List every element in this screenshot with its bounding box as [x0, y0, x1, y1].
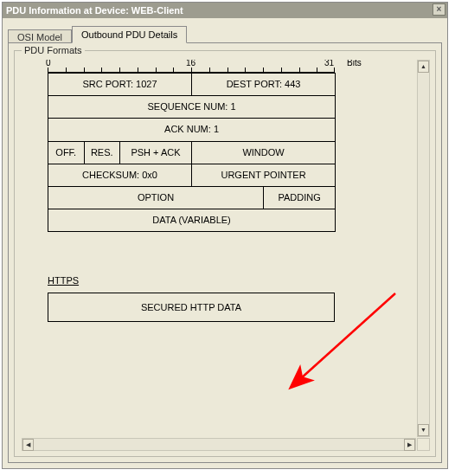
pdu-info-window: PDU Information at Device: WEB-Client × …	[2, 2, 448, 469]
tab-osi-label: OSI Model	[17, 32, 62, 42]
chevron-up-icon: ▲	[420, 63, 426, 69]
close-button[interactable]: ×	[433, 3, 445, 16]
field-dest-port: DEST PORT: 443	[192, 74, 336, 96]
field-window: WINDOW	[192, 141, 336, 164]
field-option: OPTION	[48, 186, 264, 209]
tab-strip: OSI Model Outbound PDU Details	[3, 18, 447, 42]
field-sequence-num: SEQUENCE NUM: 1	[48, 96, 336, 119]
ruler-0: 0	[46, 60, 51, 68]
scroll-down-button[interactable]: ▼	[418, 424, 429, 436]
field-reserved: RES.	[84, 141, 120, 164]
field-checksum: CHECKSUM: 0x0	[48, 164, 192, 186]
tab-outbound-label: Outbound PDU Details	[81, 29, 177, 40]
titlebar: PDU Information at Device: WEB-Client ×	[3, 3, 447, 18]
ruler-16: 16	[186, 60, 195, 68]
tcp-header-diagram: SRC PORT: 1027 DEST PORT: 443 SEQUENCE N…	[48, 73, 336, 232]
bit-ruler: 0 16 31 Bits	[48, 72, 335, 73]
field-ack-num: ACK NUM: 1	[48, 119, 336, 141]
groupbox-title: PDU Formats	[22, 45, 85, 55]
ruler-bits: Bits	[347, 60, 362, 68]
https-section-label: HTTPS	[48, 275, 416, 286]
chevron-right-icon: ▶	[407, 441, 412, 447]
scroll-corner	[417, 438, 430, 451]
ruler-31: 31	[324, 60, 334, 68]
horizontal-scrollbar[interactable]: ◀ ▶	[22, 438, 416, 451]
tab-outbound-pdu-details[interactable]: Outbound PDU Details	[72, 26, 187, 43]
chevron-down-icon: ▼	[420, 427, 426, 433]
tab-panel: PDU Formats 0 16 31 Bits	[8, 42, 442, 463]
scroll-left-button[interactable]: ◀	[22, 439, 34, 451]
pdu-formats-group: PDU Formats 0 16 31 Bits	[14, 50, 436, 457]
field-src-port: SRC PORT: 1027	[48, 74, 192, 96]
scroll-up-button[interactable]: ▲	[418, 61, 429, 73]
chevron-left-icon: ◀	[26, 441, 30, 447]
close-icon: ×	[437, 4, 442, 14]
https-data-box: SECURED HTTP DATA	[48, 293, 335, 322]
scroll-right-button[interactable]: ▶	[404, 439, 415, 451]
pdu-canvas: 0 16 31 Bits	[22, 60, 416, 437]
field-offset: OFF.	[48, 141, 85, 164]
field-padding: PADDING	[264, 186, 336, 209]
field-flags: PSH + ACK	[120, 141, 192, 164]
field-urgent-pointer: URGENT POINTER	[192, 164, 336, 186]
window-title: PDU Information at Device: WEB-Client	[6, 5, 183, 16]
vertical-scrollbar[interactable]: ▲ ▼	[417, 60, 430, 437]
field-data: DATA (VARIABLE)	[48, 209, 336, 232]
